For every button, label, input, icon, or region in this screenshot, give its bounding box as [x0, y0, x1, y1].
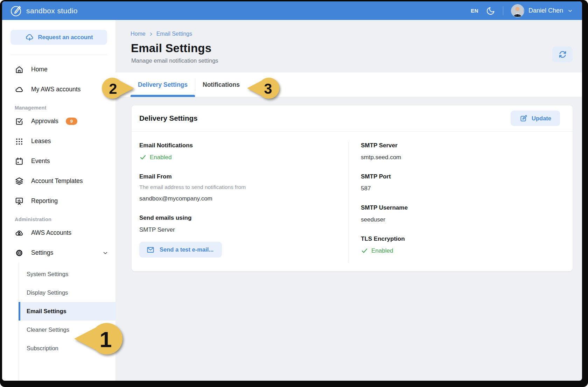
delivery-settings-card: Delivery Settings Update — [132, 105, 573, 271]
request-account-button[interactable]: Request an account — [10, 30, 107, 45]
field-smtp-server: SMTP Server smtp.seed.com — [361, 142, 564, 161]
field-email-from: Email From The email address to send not… — [139, 173, 348, 202]
submenu-item-email-settings[interactable]: Email Settings — [19, 302, 115, 321]
chevron-right-icon — [149, 32, 153, 36]
language-selector[interactable]: EN — [471, 8, 478, 14]
check-icon — [139, 154, 147, 161]
field-label: TLS Encryption — [361, 235, 564, 242]
field-smtp-username: SMTP Username seeduser — [361, 204, 564, 223]
sidebar-item-home[interactable]: Home — [2, 59, 115, 79]
send-test-email-label: Send a test e-mail... — [160, 246, 214, 253]
field-value-enabled: Enabled — [150, 154, 172, 161]
settings-submenu: System Settings Display Settings Email S… — [19, 263, 115, 381]
sidebar-item-account-templates[interactable]: Account Templates — [2, 171, 115, 191]
submenu-item-display-settings[interactable]: Display Settings — [19, 283, 115, 302]
tab-notifications[interactable]: Notifications — [195, 72, 247, 97]
tab-label: Delivery Settings — [138, 81, 188, 89]
field-value: seeduser — [361, 216, 564, 223]
sidebar-item-label: AWS Accounts — [31, 229, 71, 237]
pencil-circle-logo-icon — [10, 4, 23, 17]
tab-bar: Delivery Settings Notifications — [115, 72, 582, 97]
edit-pencil-icon — [519, 114, 527, 122]
window-frame: sandbox studio EN — [0, 0, 588, 387]
field-label: Email From — [139, 173, 348, 180]
field-smtp-port: SMTP Port 587 — [361, 173, 564, 192]
sidebar-item-my-aws-accounts[interactable]: My AWS accounts — [2, 79, 115, 99]
chevron-down-icon — [102, 250, 108, 256]
presentation-icon — [15, 197, 24, 206]
main-content: Home Email Settings Email Settings Manag… — [115, 20, 582, 381]
check-icon — [361, 247, 368, 254]
home-icon — [15, 65, 24, 74]
field-value-enabled: Enabled — [371, 247, 393, 254]
sidebar-item-aws-accounts[interactable]: AWS Accounts — [2, 223, 115, 243]
envelope-icon — [146, 246, 155, 254]
brand[interactable]: sandbox studio — [10, 4, 78, 17]
submenu-item-cleaner-settings[interactable]: Cleaner Settings — [19, 321, 115, 339]
sidebar: Request an account Home — [2, 20, 115, 381]
header-divider — [503, 6, 503, 15]
sidebar-item-settings[interactable]: Settings — [2, 243, 115, 263]
field-description: The email address to send notifications … — [139, 184, 348, 190]
sidebar-item-label: Reporting — [31, 197, 58, 205]
avatar — [511, 4, 524, 17]
app-window: sandbox studio EN — [2, 1, 582, 381]
refresh-icon — [558, 50, 567, 59]
layers-icon — [15, 177, 24, 186]
section-label-management: Management — [15, 105, 115, 111]
cloud-lock-icon — [15, 228, 24, 238]
submenu-item-label: Cleaner Settings — [27, 326, 69, 333]
grid-dots-icon — [15, 137, 24, 146]
field-tls-encryption: TLS Encryption Enabled — [361, 235, 564, 254]
approvals-count-badge: 9 — [66, 118, 77, 125]
chevron-down-icon — [567, 8, 573, 14]
sidebar-item-label: Home — [31, 66, 48, 73]
update-button-label: Update — [532, 115, 551, 122]
sidebar-item-label: Account Templates — [31, 177, 83, 185]
card-title: Delivery Settings — [139, 114, 197, 122]
field-send-emails-using: Send emails using SMTP Server — [139, 214, 348, 233]
card-header: Delivery Settings Update — [132, 105, 573, 132]
field-label: SMTP Server — [361, 142, 564, 149]
theme-toggle-button[interactable] — [486, 6, 495, 15]
checkbox-check-icon — [15, 117, 24, 126]
calendar-icon — [15, 157, 24, 166]
submenu-item-system-settings[interactable]: System Settings — [19, 265, 115, 283]
submenu-item-label: Email Settings — [27, 308, 66, 315]
cloud-plus-icon — [25, 33, 34, 42]
brand-name: sandbox studio — [26, 7, 78, 15]
sidebar-item-events[interactable]: Events — [2, 151, 115, 171]
submenu-item-label: Subscription — [27, 345, 58, 352]
page-title: Email Settings — [115, 37, 582, 55]
sidebar-item-leases[interactable]: Leases — [2, 131, 115, 151]
breadcrumb-current-link[interactable]: Email Settings — [156, 31, 192, 37]
field-value: sandbox@mycompany.com — [139, 195, 348, 202]
breadcrumb-home-link[interactable]: Home — [131, 31, 146, 37]
top-header: sandbox studio EN — [2, 1, 582, 20]
submenu-item-label: System Settings — [27, 271, 68, 277]
sidebar-item-label: Leases — [31, 138, 51, 145]
field-value: SMTP Server — [139, 226, 348, 233]
moon-icon — [486, 6, 495, 15]
page-subtitle: Manage email notification settings — [115, 55, 582, 64]
send-test-email-button[interactable]: Send a test e-mail... — [139, 242, 222, 258]
update-button[interactable]: Update — [511, 111, 560, 126]
user-menu[interactable]: Daniel Chen — [511, 4, 573, 17]
user-name: Daniel Chen — [528, 7, 563, 14]
field-email-notifications: Email Notifications Enabled — [139, 142, 348, 161]
refresh-button[interactable] — [552, 47, 573, 62]
field-label: SMTP Username — [361, 204, 564, 211]
tab-delivery-settings[interactable]: Delivery Settings — [131, 72, 195, 97]
gear-icon — [15, 248, 24, 258]
field-label: Send emails using — [139, 214, 348, 221]
sidebar-item-approvals[interactable]: Approvals 9 — [2, 111, 115, 131]
submenu-item-subscription[interactable]: Subscription — [19, 339, 115, 358]
request-account-label: Request an account — [38, 34, 93, 41]
field-value: smtp.seed.com — [361, 154, 564, 161]
cloud-icon — [15, 85, 24, 94]
sidebar-item-label: Events — [31, 157, 50, 165]
sidebar-item-reporting[interactable]: Reporting — [2, 191, 115, 211]
submenu-item-label: Display Settings — [27, 289, 68, 296]
section-label-administration: Administration — [15, 217, 115, 222]
sidebar-item-label: Approvals — [31, 118, 58, 125]
